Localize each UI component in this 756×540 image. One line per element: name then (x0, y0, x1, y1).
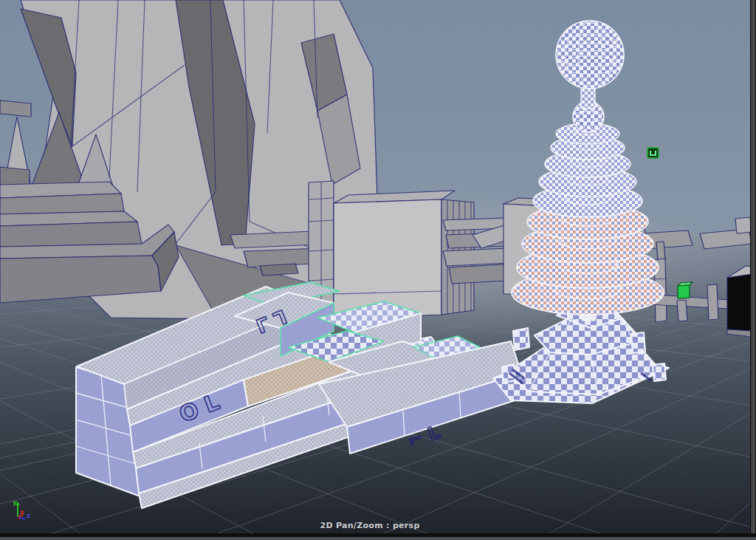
viewport-frame-bottom (0, 533, 756, 540)
axis-label-z: z (27, 512, 30, 519)
big-sphere[interactable] (556, 21, 624, 89)
viewport-scene[interactable]: Γ ⅂ O L ⌐ L (0, 0, 756, 540)
axis-label-x: x (20, 508, 24, 516)
viewport-frame-right (750, 0, 756, 540)
light-icon[interactable] (647, 148, 659, 158)
green-cube-face[interactable] (678, 285, 690, 298)
axis-label-y: y (13, 499, 17, 506)
maya-viewport[interactable]: Γ ⅂ O L ⌐ L (0, 0, 756, 540)
